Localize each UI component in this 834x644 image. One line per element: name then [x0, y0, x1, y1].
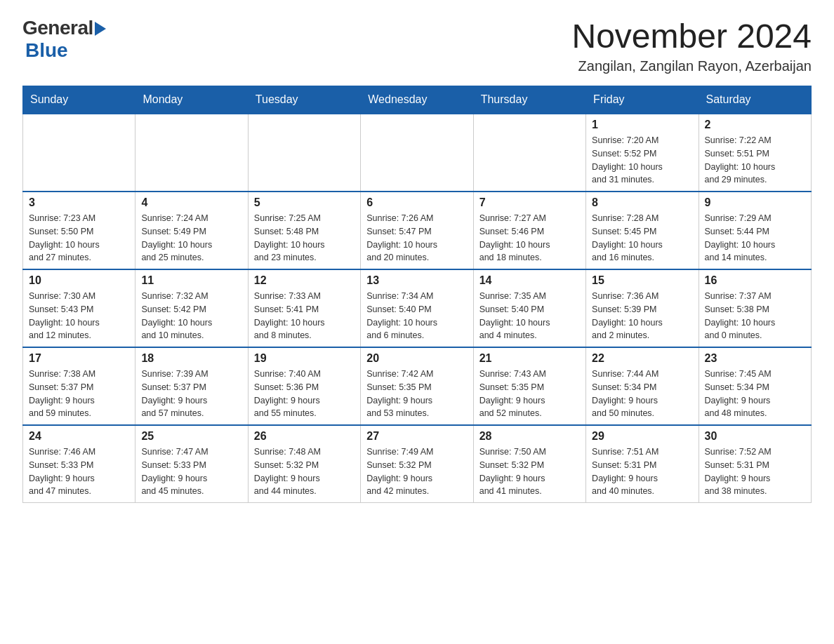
calendar-cell: 20Sunrise: 7:42 AM Sunset: 5:35 PM Dayli… — [361, 347, 473, 425]
calendar-cell: 10Sunrise: 7:30 AM Sunset: 5:43 PM Dayli… — [23, 269, 135, 347]
logo: General Blue — [22, 17, 106, 62]
day-number: 13 — [366, 274, 467, 287]
calendar-cell: 27Sunrise: 7:49 AM Sunset: 5:32 PM Dayli… — [361, 425, 473, 503]
day-number: 26 — [254, 430, 355, 443]
calendar-cell: 24Sunrise: 7:46 AM Sunset: 5:33 PM Dayli… — [23, 425, 135, 503]
day-info: Sunrise: 7:28 AM Sunset: 5:45 PM Dayligh… — [592, 212, 692, 264]
calendar-table: SundayMondayTuesdayWednesdayThursdayFrid… — [22, 86, 812, 503]
location-title: Zangilan, Zangilan Rayon, Azerbaijan — [571, 58, 812, 74]
day-number: 9 — [705, 196, 805, 209]
day-number: 28 — [479, 430, 580, 443]
day-number: 11 — [141, 274, 241, 287]
day-number: 5 — [254, 196, 355, 209]
week-row: 17Sunrise: 7:38 AM Sunset: 5:37 PM Dayli… — [23, 347, 812, 425]
calendar-cell: 5Sunrise: 7:25 AM Sunset: 5:48 PM Daylig… — [248, 192, 360, 269]
calendar-cell: 9Sunrise: 7:29 AM Sunset: 5:44 PM Daylig… — [699, 192, 811, 269]
calendar-cell: 23Sunrise: 7:45 AM Sunset: 5:34 PM Dayli… — [699, 347, 811, 425]
calendar-cell — [361, 114, 473, 192]
day-info: Sunrise: 7:44 AM Sunset: 5:34 PM Dayligh… — [592, 368, 692, 420]
day-info: Sunrise: 7:39 AM Sunset: 5:37 PM Dayligh… — [141, 368, 241, 420]
day-info: Sunrise: 7:35 AM Sunset: 5:40 PM Dayligh… — [479, 290, 580, 342]
calendar-cell: 14Sunrise: 7:35 AM Sunset: 5:40 PM Dayli… — [473, 269, 585, 347]
day-number: 23 — [705, 352, 805, 365]
day-number: 20 — [366, 352, 467, 365]
calendar-cell: 7Sunrise: 7:27 AM Sunset: 5:46 PM Daylig… — [473, 192, 585, 269]
month-title: November 2024 — [571, 17, 812, 55]
title-area: November 2024 Zangilan, Zangilan Rayon, … — [571, 17, 812, 74]
day-number: 29 — [592, 430, 692, 443]
day-number: 3 — [29, 196, 129, 209]
week-row: 10Sunrise: 7:30 AM Sunset: 5:43 PM Dayli… — [23, 269, 812, 347]
day-of-week-header: Friday — [586, 86, 699, 114]
day-info: Sunrise: 7:26 AM Sunset: 5:47 PM Dayligh… — [366, 212, 467, 264]
day-number: 7 — [479, 196, 580, 209]
calendar-cell: 4Sunrise: 7:24 AM Sunset: 5:49 PM Daylig… — [135, 192, 248, 269]
day-number: 12 — [254, 274, 355, 287]
day-of-week-header: Tuesday — [248, 86, 360, 114]
calendar-cell — [135, 114, 248, 192]
day-info: Sunrise: 7:30 AM Sunset: 5:43 PM Dayligh… — [29, 290, 129, 342]
day-info: Sunrise: 7:29 AM Sunset: 5:44 PM Dayligh… — [705, 212, 805, 264]
day-info: Sunrise: 7:27 AM Sunset: 5:46 PM Dayligh… — [479, 212, 580, 264]
day-number: 4 — [141, 196, 241, 209]
day-info: Sunrise: 7:33 AM Sunset: 5:41 PM Dayligh… — [254, 290, 355, 342]
header: General Blue November 2024 Zangilan, Zan… — [22, 17, 812, 74]
day-number: 15 — [592, 274, 692, 287]
calendar-cell: 25Sunrise: 7:47 AM Sunset: 5:33 PM Dayli… — [135, 425, 248, 503]
day-of-week-header: Sunday — [23, 86, 135, 114]
day-info: Sunrise: 7:48 AM Sunset: 5:32 PM Dayligh… — [254, 445, 355, 498]
calendar-cell: 15Sunrise: 7:36 AM Sunset: 5:39 PM Dayli… — [586, 269, 699, 347]
day-number: 21 — [479, 352, 580, 365]
day-info: Sunrise: 7:24 AM Sunset: 5:49 PM Dayligh… — [141, 212, 241, 264]
calendar-cell — [248, 114, 360, 192]
calendar-cell: 8Sunrise: 7:28 AM Sunset: 5:45 PM Daylig… — [586, 192, 699, 269]
day-info: Sunrise: 7:46 AM Sunset: 5:33 PM Dayligh… — [29, 445, 129, 498]
day-number: 30 — [705, 430, 805, 443]
day-number: 6 — [366, 196, 467, 209]
calendar-cell: 29Sunrise: 7:51 AM Sunset: 5:31 PM Dayli… — [586, 425, 699, 503]
calendar-cell: 22Sunrise: 7:44 AM Sunset: 5:34 PM Dayli… — [586, 347, 699, 425]
day-info: Sunrise: 7:23 AM Sunset: 5:50 PM Dayligh… — [29, 212, 129, 264]
calendar-cell: 19Sunrise: 7:40 AM Sunset: 5:36 PM Dayli… — [248, 347, 360, 425]
day-number: 8 — [592, 196, 692, 209]
calendar-cell: 26Sunrise: 7:48 AM Sunset: 5:32 PM Dayli… — [248, 425, 360, 503]
day-info: Sunrise: 7:34 AM Sunset: 5:40 PM Dayligh… — [366, 290, 467, 342]
day-number: 25 — [141, 430, 241, 443]
calendar-cell: 11Sunrise: 7:32 AM Sunset: 5:42 PM Dayli… — [135, 269, 248, 347]
calendar-cell — [23, 114, 135, 192]
calendar-cell — [473, 114, 585, 192]
day-number: 10 — [29, 274, 129, 287]
day-info: Sunrise: 7:32 AM Sunset: 5:42 PM Dayligh… — [141, 290, 241, 342]
calendar-cell: 18Sunrise: 7:39 AM Sunset: 5:37 PM Dayli… — [135, 347, 248, 425]
day-of-week-header: Monday — [135, 86, 248, 114]
week-row: 3Sunrise: 7:23 AM Sunset: 5:50 PM Daylig… — [23, 192, 812, 269]
calendar-cell: 30Sunrise: 7:52 AM Sunset: 5:31 PM Dayli… — [699, 425, 811, 503]
calendar-cell: 3Sunrise: 7:23 AM Sunset: 5:50 PM Daylig… — [23, 192, 135, 269]
logo-general-text: General — [22, 17, 93, 39]
calendar-cell: 6Sunrise: 7:26 AM Sunset: 5:47 PM Daylig… — [361, 192, 473, 269]
day-number: 18 — [141, 352, 241, 365]
calendar-header-row: SundayMondayTuesdayWednesdayThursdayFrid… — [23, 86, 812, 114]
day-number: 24 — [29, 430, 129, 443]
calendar-cell: 1Sunrise: 7:20 AM Sunset: 5:52 PM Daylig… — [586, 114, 699, 192]
calendar-cell: 21Sunrise: 7:43 AM Sunset: 5:35 PM Dayli… — [473, 347, 585, 425]
day-info: Sunrise: 7:45 AM Sunset: 5:34 PM Dayligh… — [705, 368, 805, 420]
day-info: Sunrise: 7:38 AM Sunset: 5:37 PM Dayligh… — [29, 368, 129, 420]
day-number: 14 — [479, 274, 580, 287]
day-info: Sunrise: 7:49 AM Sunset: 5:32 PM Dayligh… — [366, 445, 467, 498]
logo-blue-text: Blue — [25, 39, 68, 62]
day-number: 16 — [705, 274, 805, 287]
day-info: Sunrise: 7:20 AM Sunset: 5:52 PM Dayligh… — [592, 134, 692, 187]
calendar-cell: 16Sunrise: 7:37 AM Sunset: 5:38 PM Dayli… — [699, 269, 811, 347]
day-info: Sunrise: 7:50 AM Sunset: 5:32 PM Dayligh… — [479, 445, 580, 498]
calendar-cell: 28Sunrise: 7:50 AM Sunset: 5:32 PM Dayli… — [473, 425, 585, 503]
calendar-cell: 2Sunrise: 7:22 AM Sunset: 5:51 PM Daylig… — [699, 114, 811, 192]
calendar-cell: 12Sunrise: 7:33 AM Sunset: 5:41 PM Dayli… — [248, 269, 360, 347]
day-info: Sunrise: 7:37 AM Sunset: 5:38 PM Dayligh… — [705, 290, 805, 342]
day-info: Sunrise: 7:42 AM Sunset: 5:35 PM Dayligh… — [366, 368, 467, 420]
day-info: Sunrise: 7:51 AM Sunset: 5:31 PM Dayligh… — [592, 445, 692, 498]
day-number: 22 — [592, 352, 692, 365]
day-info: Sunrise: 7:52 AM Sunset: 5:31 PM Dayligh… — [705, 445, 805, 498]
week-row: 24Sunrise: 7:46 AM Sunset: 5:33 PM Dayli… — [23, 425, 812, 503]
day-number: 2 — [705, 119, 805, 131]
